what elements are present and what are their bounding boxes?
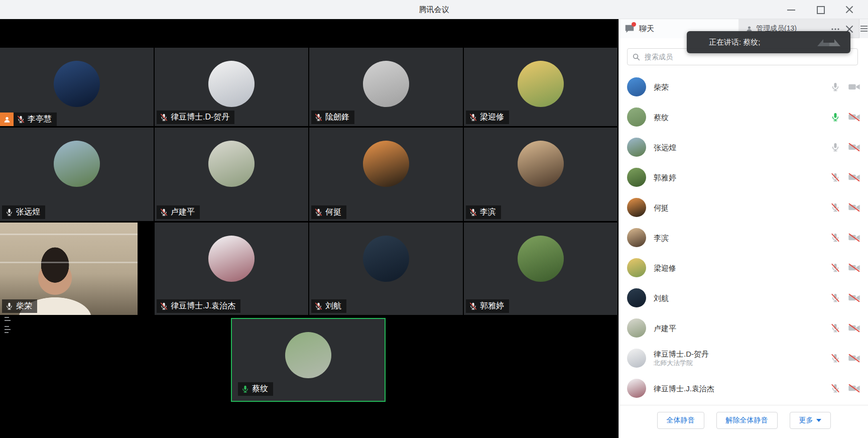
shelf-line bbox=[0, 262, 138, 263]
member-avatar bbox=[627, 198, 646, 217]
participant-avatar bbox=[54, 141, 100, 187]
mic-icon bbox=[830, 263, 840, 273]
maximize-icon[interactable] bbox=[816, 5, 825, 14]
mic-icon bbox=[314, 302, 323, 310]
video-tile[interactable]: 律豆博士.D-贺丹 bbox=[155, 48, 308, 126]
camera-icon bbox=[848, 293, 860, 303]
more-label: 更多 bbox=[799, 416, 813, 425]
video-tile[interactable]: 蔡纹 bbox=[231, 318, 386, 402]
member-row[interactable]: 蔡纹 bbox=[619, 102, 868, 132]
video-tile[interactable]: 梁迎修 bbox=[464, 48, 617, 126]
participant-avatar bbox=[518, 236, 564, 282]
member-avatar bbox=[627, 138, 646, 157]
camera-icon bbox=[848, 353, 860, 363]
participant-avatar bbox=[518, 61, 564, 107]
member-row[interactable]: 郭雅婷 bbox=[619, 162, 868, 192]
mic-icon bbox=[469, 113, 477, 122]
more-button[interactable]: 更多 bbox=[790, 412, 831, 429]
tab-chat-label: 聊天 bbox=[639, 24, 654, 34]
member-text: 李滨 bbox=[654, 233, 830, 243]
member-description: 北师大法学院 bbox=[654, 359, 830, 367]
participant-name: 梁迎修 bbox=[480, 112, 504, 123]
camera-icon bbox=[848, 112, 860, 122]
participant-name-tag: 卢建平 bbox=[157, 205, 200, 219]
member-row[interactable]: 律豆博士.J.袁治杰 bbox=[619, 373, 868, 403]
member-row[interactable]: 何挺 bbox=[619, 192, 868, 223]
member-avatar bbox=[627, 349, 646, 368]
member-row[interactable]: 柴荣 bbox=[619, 72, 868, 102]
member-text: 郭雅婷 bbox=[654, 173, 830, 182]
video-tile[interactable]: 张远煌 bbox=[0, 128, 154, 221]
participant-name-tag: 蔡纹 bbox=[238, 382, 273, 396]
member-avatar bbox=[627, 318, 646, 338]
member-row[interactable]: 李滨 bbox=[619, 223, 868, 253]
member-name: 蔡纹 bbox=[654, 113, 830, 122]
member-row[interactable]: 梁迎修 bbox=[619, 253, 868, 283]
mic-icon bbox=[830, 202, 840, 212]
participant-name: 卢建平 bbox=[171, 207, 195, 217]
video-tile[interactable]: 律豆博士.J.袁治杰 bbox=[155, 223, 308, 315]
member-avatar bbox=[627, 107, 646, 127]
mic-icon bbox=[830, 172, 840, 182]
panel-footer: 全体静音 解除全体静音 更多 bbox=[619, 412, 868, 429]
notification-dot bbox=[632, 22, 636, 27]
camera-icon bbox=[848, 142, 860, 152]
video-tile[interactable]: 李滨 bbox=[464, 128, 617, 221]
minimize-icon[interactable] bbox=[787, 5, 796, 14]
participant-name: 蔡纹 bbox=[252, 384, 268, 394]
video-tile[interactable]: 柴荣 bbox=[0, 223, 138, 315]
video-tile[interactable]: 刘航 bbox=[309, 223, 463, 315]
mic-icon bbox=[830, 353, 840, 363]
participant-name-tag: 隂劒鋒 bbox=[311, 111, 354, 124]
search-icon bbox=[633, 53, 640, 61]
layout-indicator-icon bbox=[4, 313, 14, 338]
member-text: 梁迎修 bbox=[654, 263, 830, 273]
participant-avatar bbox=[208, 236, 255, 282]
window-title: 腾讯会议 bbox=[419, 0, 449, 19]
mic-icon bbox=[160, 208, 168, 216]
video-tile[interactable]: 郭雅婷 bbox=[464, 223, 617, 315]
participant-name: 柴荣 bbox=[16, 301, 32, 311]
member-row[interactable]: 刘航 bbox=[619, 283, 868, 313]
participant-name-tag: 柴荣 bbox=[2, 299, 37, 313]
member-name: 李滨 bbox=[654, 233, 830, 243]
member-row[interactable]: 张远煌 bbox=[619, 132, 868, 162]
camera-icon bbox=[848, 233, 860, 243]
unmute-all-button[interactable]: 解除全体静音 bbox=[716, 412, 778, 429]
member-name: 刘航 bbox=[654, 293, 830, 303]
close-window-icon[interactable] bbox=[845, 5, 854, 14]
participant-name: 李滨 bbox=[480, 207, 496, 217]
member-text: 律豆博士.D-贺丹北师大法学院 bbox=[654, 349, 830, 367]
muted-mic-icon bbox=[694, 37, 704, 47]
member-name: 卢建平 bbox=[654, 323, 830, 333]
mic-icon bbox=[469, 302, 477, 310]
menu-icon[interactable] bbox=[859, 19, 868, 38]
search-input[interactable] bbox=[644, 52, 852, 61]
member-name: 何挺 bbox=[654, 203, 830, 212]
mute-all-label: 全体静音 bbox=[667, 416, 695, 425]
mic-icon bbox=[830, 82, 840, 92]
member-avatar bbox=[627, 228, 646, 247]
participant-name-tag: 郭雅婷 bbox=[466, 299, 509, 313]
mic-icon bbox=[160, 302, 168, 310]
member-row[interactable]: 律豆博士.D-贺丹北师大法学院 bbox=[619, 343, 868, 373]
mic-icon bbox=[5, 302, 14, 310]
window-controls bbox=[787, 0, 854, 19]
member-avatar bbox=[627, 168, 646, 187]
mute-all-button[interactable]: 全体静音 bbox=[657, 412, 704, 429]
mic-icon bbox=[241, 385, 250, 393]
member-text: 柴荣 bbox=[654, 82, 830, 92]
video-tile[interactable]: 李亭慧 bbox=[0, 48, 154, 126]
members-panel: 聊天 管理成员(13) 柴荣 蔡纹 bbox=[618, 19, 868, 438]
camera-icon bbox=[848, 263, 860, 273]
member-row[interactable]: 卢建平 bbox=[619, 313, 868, 343]
camera-icon bbox=[848, 202, 860, 212]
video-tile[interactable]: 卢建平 bbox=[155, 128, 308, 221]
member-avatar bbox=[627, 258, 646, 277]
mic-icon bbox=[830, 233, 840, 243]
video-tile[interactable]: 何挺 bbox=[309, 128, 463, 221]
participant-avatar bbox=[363, 236, 409, 282]
participant-name-tag: 张远煌 bbox=[2, 205, 45, 219]
video-tile[interactable]: 隂劒鋒 bbox=[309, 48, 463, 126]
chat-icon bbox=[624, 23, 635, 34]
